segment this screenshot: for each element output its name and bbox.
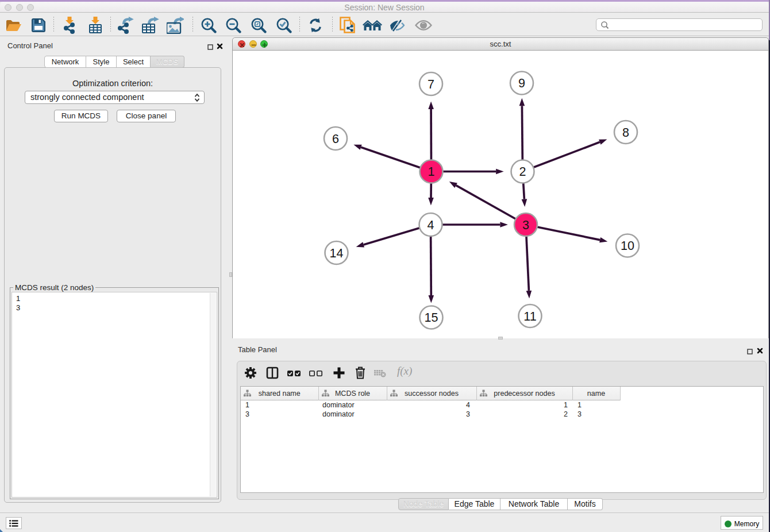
svg-text:4: 4 xyxy=(428,218,434,232)
svg-text:11: 11 xyxy=(523,310,536,323)
svg-text:2: 2 xyxy=(519,165,526,179)
svg-text:1: 1 xyxy=(428,165,435,179)
svg-text:9: 9 xyxy=(518,76,525,90)
svg-text:7: 7 xyxy=(428,78,434,91)
svg-text:15: 15 xyxy=(425,311,438,325)
svg-text:14: 14 xyxy=(330,246,344,260)
svg-text:8: 8 xyxy=(622,126,629,140)
svg-text:6: 6 xyxy=(332,132,339,146)
svg-text:10: 10 xyxy=(621,239,634,253)
svg-text:3: 3 xyxy=(522,218,529,232)
